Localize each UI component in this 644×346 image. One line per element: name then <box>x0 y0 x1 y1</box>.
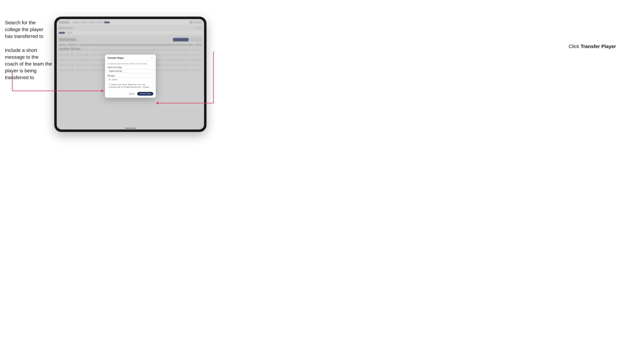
ipad-screen: Update Roster Transfer Player × Transfer… <box>57 19 204 130</box>
search-college-input[interactable] <box>108 69 153 73</box>
annotation-right-bold: Transfer Player <box>581 44 616 49</box>
modal-footer: Cancel Transfer Player <box>105 90 156 98</box>
message-label: Message <box>108 75 153 77</box>
ipad-home-bar <box>125 128 136 128</box>
ipad-frame: Update Roster Transfer Player × Transfer… <box>54 16 206 132</box>
annotation-text-1: Search for the college the player has tr… <box>5 19 52 40</box>
modal-close-button[interactable]: × <box>150 57 153 59</box>
modal-body: Transfer the player and their profile to… <box>105 61 156 90</box>
annotation-right: Click Transfer Player <box>568 44 616 49</box>
modal-description: Transfer the player and their profile to… <box>108 63 153 65</box>
message-textarea[interactable]: Hi Coach, I understand Chris Robertson h… <box>108 77 153 88</box>
annotation-text-2: Include a short message to the coach of … <box>5 47 52 81</box>
modal-header: Transfer Player × <box>105 54 156 61</box>
search-college-label: Search for College <box>108 66 153 68</box>
transfer-player-modal: Transfer Player × Transfer the player an… <box>105 54 156 98</box>
cancel-button[interactable]: Cancel <box>128 92 136 95</box>
annotation-right-prefix: Click <box>568 44 580 49</box>
modal-title: Transfer Player <box>108 57 124 59</box>
modal-overlay: Transfer Player × Transfer the player an… <box>57 19 204 130</box>
transfer-player-button[interactable]: Transfer Player <box>137 92 153 96</box>
ipad-camera <box>56 74 56 75</box>
annotation-left: Search for the college the player has tr… <box>5 19 52 88</box>
